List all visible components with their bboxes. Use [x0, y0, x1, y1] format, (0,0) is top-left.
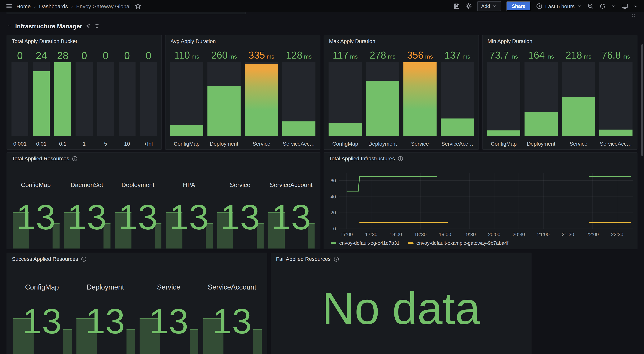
bar-label: 10 [119, 136, 136, 147]
row-settings-gear-icon[interactable] [86, 23, 91, 28]
bar-gauge: 110ms ConfigMap 260ms Deployment 335ms S… [170, 48, 316, 147]
bar-gauge: 0 0.001 24 0.01 28 0.1 0 1 0 [12, 48, 157, 147]
panel-title[interactable]: Total Apply Duration Bucket [12, 38, 77, 44]
stat-grid: ConfigMap 13 DaemonSet 13 Deployment 13 … [12, 176, 315, 248]
stat-value: 13 [202, 287, 262, 354]
bar-fill [599, 130, 632, 136]
bar-track [140, 62, 157, 136]
favorite-star-icon[interactable] [134, 3, 141, 9]
bar-value-unit: ms [622, 50, 630, 63]
stat-cell: Deployment 13 [75, 278, 135, 354]
breadcrumb-separator-icon: › [34, 3, 36, 9]
panel-title[interactable]: Success Applied Resources [12, 256, 78, 262]
stat-cell: ServiceAccount 13 [267, 176, 315, 248]
bar-gauge-column: 28 0.1 [54, 48, 71, 147]
refresh-interval-caret-icon[interactable] [611, 4, 616, 8]
bar-track [599, 62, 632, 136]
menu-icon[interactable] [6, 3, 12, 9]
info-icon[interactable] [72, 156, 78, 161]
panel-total-applied-infrastructures: Total Applied Infrastructures 17:0017:30… [324, 152, 638, 249]
bar-fill [33, 71, 50, 136]
scrollbar-thumb[interactable] [641, 44, 643, 156]
row-delete-trash-icon[interactable] [95, 23, 100, 28]
bar-fill [441, 118, 474, 136]
legend-item[interactable]: envoy-default-eg-e41e7b31 [330, 240, 400, 246]
info-icon[interactable] [334, 256, 339, 262]
bar-gauge-column: 117ms ConfigMap [328, 48, 362, 147]
bar-gauge-column: 0 10 [119, 48, 136, 147]
panel-avg-apply-duration: Avg Apply Duration 110ms ConfigMap 260ms… [165, 35, 320, 150]
bar-value-number: 260 [211, 48, 228, 62]
time-range-picker[interactable]: Last 6 hours [536, 3, 582, 9]
bar-value: 0 [119, 48, 136, 62]
refresh-icon[interactable] [599, 3, 606, 9]
panel-title[interactable]: Avg Apply Duration [170, 38, 216, 44]
stat-grid: ConfigMap 13 Deployment 13 Service 13 Se… [12, 278, 262, 354]
breadcrumb-dashboards[interactable]: Dashboards [39, 3, 68, 9]
svg-text:19:30: 19:30 [464, 232, 476, 237]
panel-title[interactable]: Total Applied Resources [12, 155, 69, 162]
bar-value-number: 137 [444, 48, 461, 62]
bar-label: Service [245, 136, 278, 147]
panel-title[interactable]: Max Apply Duration [329, 38, 375, 44]
bar-value-number: 128 [286, 48, 302, 62]
bar-track [487, 62, 520, 136]
share-button[interactable]: Share [506, 1, 531, 11]
legend-item[interactable]: envoy-default-example-gateway-9b7aba4f [408, 240, 508, 246]
svg-text:17:30: 17:30 [365, 232, 378, 237]
collapse-navbar-chevron-icon[interactable] [633, 4, 638, 8]
time-series-chart: 17:0017:3018:0018:3019:0019:3020:0020:30… [324, 153, 637, 249]
bar-fill [328, 123, 362, 136]
bar-gauge-column: 0 0.001 [12, 48, 28, 147]
bar-value-number: 73.7 [490, 48, 509, 62]
legend-series-name: envoy-default-eg-e41e7b31 [339, 240, 400, 246]
panel-title[interactable]: Min Apply Duration [488, 38, 532, 44]
panel-title[interactable]: Fail Applied Resources [276, 256, 330, 262]
bar-fill [366, 81, 399, 136]
bar-label: 0.001 [12, 136, 28, 147]
stat-value: 13 [216, 185, 264, 249]
add-button[interactable]: Add [477, 1, 501, 11]
stat-cell: DaemonSet 13 [63, 176, 111, 248]
panel-total-applied-resources: Total Applied Resources ConfigMap 13 Dae… [6, 152, 320, 249]
dashboard-settings-gear-icon[interactable] [465, 3, 472, 9]
bar-value-number: 164 [528, 48, 545, 62]
stat-value: 13 [267, 185, 315, 249]
save-dashboard-icon[interactable] [453, 3, 460, 9]
bar-track [33, 62, 50, 136]
info-icon[interactable] [81, 256, 87, 262]
bar-label: 0.01 [33, 136, 50, 147]
bar-label: +Inf [140, 136, 157, 147]
bar-label: ConfigMap [170, 136, 203, 147]
svg-text:19:00: 19:00 [439, 232, 451, 237]
bar-track [208, 62, 241, 136]
bar-value: 218ms [562, 48, 595, 62]
panel-max-apply-duration: Max Apply Duration 117ms ConfigMap 278ms… [324, 35, 479, 150]
panel-drag-handle-icon[interactable] [631, 12, 636, 20]
bar-value: 128ms [282, 48, 316, 62]
bar-value-unit: ms [546, 50, 554, 63]
bar-track [97, 62, 114, 136]
zoom-out-time-icon[interactable] [587, 3, 594, 9]
kiosk-monitor-icon[interactable] [622, 3, 628, 9]
bar-gauge-column: 260ms Deployment [208, 48, 241, 147]
breadcrumb-home[interactable]: Home [16, 3, 31, 9]
svg-text:20:30: 20:30 [513, 232, 525, 237]
bar-gauge-column: 76.8ms ServiceAcc… [599, 48, 632, 147]
bar-fill [403, 62, 436, 136]
bar-track [119, 62, 136, 136]
row-title[interactable]: Infrastructure Manager [15, 22, 82, 29]
row-collapse-chevron-icon[interactable] [6, 23, 12, 28]
svg-text:21:00: 21:00 [537, 232, 550, 237]
bar-label: ServiceAcc… [282, 136, 316, 147]
chevron-down-icon [577, 4, 582, 8]
bar-track [441, 62, 474, 136]
bar-label: Service [403, 136, 436, 147]
bar-value-unit: ms [584, 50, 591, 63]
bar-gauge-column: 335ms Service [245, 48, 278, 147]
panel-success-applied-resources: Success Applied Resources ConfigMap 13 D… [6, 253, 268, 354]
bar-value: 137ms [441, 48, 474, 62]
stat-value: 13 [75, 287, 135, 354]
svg-text:40: 40 [330, 194, 336, 199]
chart-legend: envoy-default-eg-e41e7b31 envoy-default-… [330, 240, 508, 246]
